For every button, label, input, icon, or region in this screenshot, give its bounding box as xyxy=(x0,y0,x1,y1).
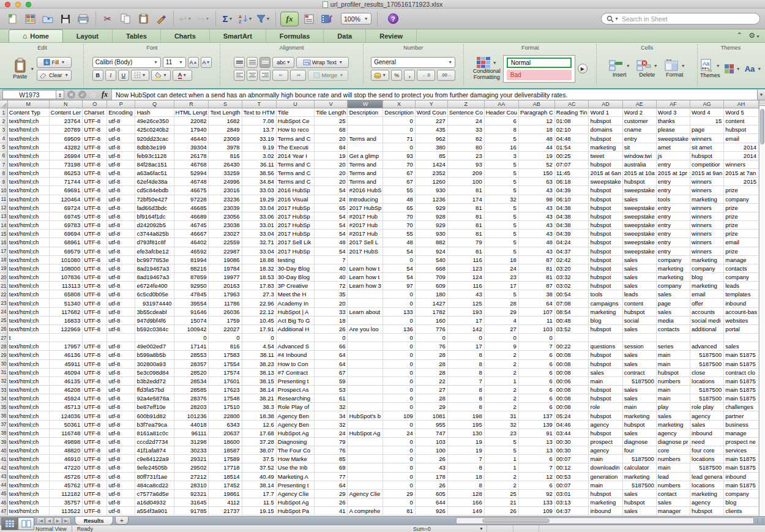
cell[interactable]: domains xyxy=(589,126,622,134)
cell[interactable]: text/html;ch xyxy=(8,446,50,455)
cell[interactable]: 484ca8cd22 xyxy=(135,481,174,490)
cell[interactable]: 18.32 xyxy=(242,264,277,273)
cell[interactable]: 15074 xyxy=(174,317,209,325)
row-number[interactable]: 36 xyxy=(0,411,8,420)
cell[interactable]: content xyxy=(623,299,657,307)
cell[interactable]: 04:37 xyxy=(555,247,589,256)
cell[interactable]: 04:24 xyxy=(555,238,589,247)
cell[interactable]: efe3afcbe12 xyxy=(135,247,174,256)
cell[interactable]: Terms and xyxy=(348,160,383,169)
cell[interactable]: 18514 xyxy=(209,473,242,481)
cell[interactable] xyxy=(348,117,383,126)
cell[interactable]: 0 xyxy=(448,334,485,342)
cell[interactable]: blog xyxy=(724,498,759,507)
cell[interactable]: UTF-8 xyxy=(83,160,107,169)
cell[interactable]: Terms and C xyxy=(277,169,315,178)
cell[interactable]: 380 xyxy=(416,143,448,152)
cell[interactable]: Agency Ben xyxy=(277,411,315,420)
row-number[interactable]: 23 xyxy=(0,299,8,307)
cell[interactable]: 302800a93 xyxy=(135,360,174,369)
cell[interactable]: 2015 at 7an xyxy=(724,169,759,178)
cell[interactable]: 48 xyxy=(383,238,416,247)
cell[interactable]: text/html;ch xyxy=(8,256,50,264)
cell[interactable]: 00:08 xyxy=(555,394,589,403)
tab-smartart[interactable]: SmartArt xyxy=(210,29,266,42)
tab-formulas[interactable]: Formulas xyxy=(266,29,324,42)
cell[interactable] xyxy=(348,342,383,351)
cell[interactable]: Meet the H xyxy=(277,290,315,299)
cell[interactable]: leads xyxy=(623,290,657,299)
cell[interactable] xyxy=(348,438,383,446)
cell[interactable]: prize xyxy=(724,230,759,238)
cell[interactable]: 109 xyxy=(519,507,555,515)
decrease-indent-button[interactable]: ⇐ xyxy=(272,70,288,81)
cell[interactable]: marketing xyxy=(690,256,724,264)
cell[interactable]: Introducing xyxy=(348,195,383,204)
cell[interactable]: customer xyxy=(623,117,657,126)
cell[interactable]: hubspot xyxy=(589,411,622,420)
cell[interactable]: 116748 xyxy=(50,429,83,438)
cell[interactable]: UTF-8 xyxy=(83,126,107,134)
cell[interactable]: 0 xyxy=(383,421,416,429)
cell[interactable]: 2 xyxy=(485,394,519,403)
cell[interactable]: 31 xyxy=(485,411,519,420)
cell[interactable]: 81 xyxy=(519,264,555,273)
cell[interactable] xyxy=(348,317,383,325)
cell[interactable]: hubspot xyxy=(589,282,622,290)
cell[interactable]: 35757 xyxy=(50,498,83,507)
cell[interactable] xyxy=(348,446,383,455)
cell[interactable]: 137 xyxy=(519,411,555,420)
column-header-P[interactable]: P xyxy=(107,100,135,108)
cell[interactable]: 37.5 xyxy=(242,455,277,463)
cell[interactable]: 24 xyxy=(383,429,416,438)
cell[interactable]: 108000 xyxy=(50,264,83,273)
cell[interactable]: winners xyxy=(690,212,724,221)
cell[interactable]: 7 xyxy=(448,455,485,463)
cell[interactable]: 6 xyxy=(519,351,555,359)
cell[interactable]: 00:30 xyxy=(555,446,589,455)
theme-fonts-button[interactable]: Aa▼ xyxy=(745,64,762,73)
cell[interactable]: 27212 xyxy=(174,473,209,481)
cell[interactable]: 68961 xyxy=(50,238,83,247)
cell[interactable]: 00:53 xyxy=(555,473,589,481)
cell[interactable]: 00:08 xyxy=(555,369,589,377)
cell[interactable]: 43 xyxy=(448,290,485,299)
sort-button[interactable]: AZ▼ xyxy=(238,12,253,26)
paste-menu-chevron-icon[interactable]: ▼ xyxy=(30,67,34,71)
accept-icon[interactable]: ✓ xyxy=(78,91,86,99)
cell[interactable]: text/html;ch xyxy=(8,317,50,325)
cell[interactable]: 178 xyxy=(416,473,448,481)
cell[interactable]: text/html;ch xyxy=(8,143,50,152)
cell[interactable]: 54 xyxy=(383,273,416,282)
column-header-R[interactable]: R xyxy=(174,100,209,108)
cell[interactable]: 39304 xyxy=(174,143,209,152)
cell[interactable]: content xyxy=(724,117,759,126)
cell[interactable]: hubspot xyxy=(589,386,622,394)
cell[interactable]: entry xyxy=(657,186,690,195)
row-number[interactable]: 28 xyxy=(0,342,8,351)
cell[interactable]: 3978 xyxy=(209,143,242,152)
cell[interactable]: sales xyxy=(657,290,690,299)
cell[interactable]: Title Length xyxy=(315,108,348,117)
cell[interactable]: entry xyxy=(657,238,690,247)
row-number[interactable]: 39 xyxy=(0,438,8,446)
cell[interactable]: UTF-8 xyxy=(83,421,107,429)
cell[interactable]: 0 xyxy=(383,299,416,307)
tab-charts[interactable]: Charts xyxy=(161,29,210,42)
cell[interactable]: 00:48 xyxy=(555,317,589,325)
cell[interactable]: 5 xyxy=(485,212,519,221)
cell[interactable]: UTF-8 xyxy=(83,299,107,307)
cell[interactable]: 67 xyxy=(383,178,416,186)
cell[interactable]: 2017 HubS xyxy=(348,247,383,256)
cell[interactable]: 20637 xyxy=(209,429,242,438)
cell[interactable]: 38 xyxy=(519,290,555,299)
cell[interactable]: 2 xyxy=(485,369,519,377)
cell[interactable]: 33.04 xyxy=(242,204,277,212)
cell[interactable]: 04:38 xyxy=(555,204,589,212)
copy-button[interactable] xyxy=(118,12,133,26)
cell[interactable]: 46094 xyxy=(50,369,83,377)
undo-button[interactable]: ↩▼ xyxy=(178,12,193,26)
cell[interactable]: hubspot xyxy=(589,394,622,403)
cell[interactable]: utf-8 xyxy=(107,178,135,186)
cell[interactable]: 17 xyxy=(448,342,485,351)
